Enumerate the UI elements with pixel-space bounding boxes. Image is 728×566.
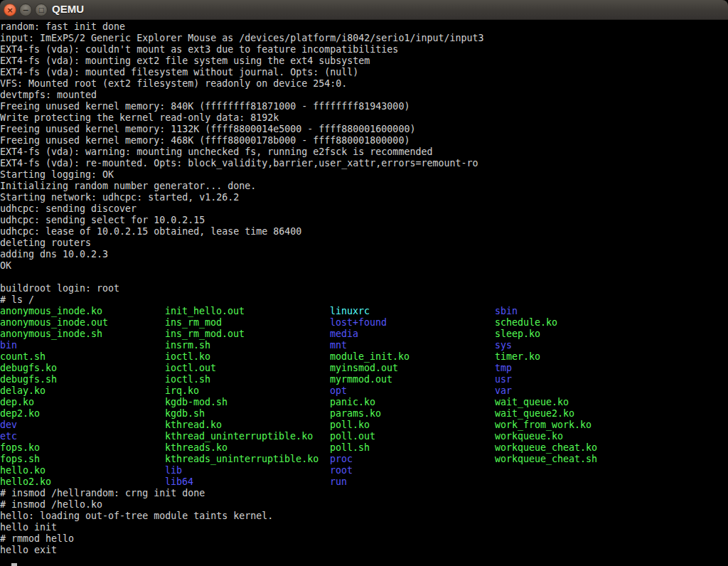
window-title: QEMU xyxy=(52,3,84,15)
directory-entry: dev xyxy=(0,420,165,431)
file-entry: poll.ko xyxy=(330,420,495,431)
ls-row: debugfs.koioctl.outmyinsmod.outtmp xyxy=(0,363,728,374)
file-entry: ioctl.ko xyxy=(165,351,330,363)
terminal-line: Starting network: udhcpc: started, v1.26… xyxy=(0,192,728,203)
directory-entry: root xyxy=(330,465,353,476)
terminal-line: buildroot login: root xyxy=(0,283,728,294)
file-entry: wait_queue2.ko xyxy=(495,408,574,420)
file-entry: poll.sh xyxy=(330,442,495,454)
file-entry: fops.sh xyxy=(0,454,165,465)
terminal-line: hello init xyxy=(0,522,728,533)
terminal-line: EXT4-fs (vda): re-mounted. Opts: block_v… xyxy=(0,158,728,169)
text-cursor xyxy=(11,563,17,566)
terminal-line: udhcpc: sending discover xyxy=(0,203,728,215)
close-icon: × xyxy=(6,6,13,14)
terminal-line: udhcpc: sending select for 10.0.2.15 xyxy=(0,215,728,226)
ls-row: etckthread_uninterruptible.kopoll.outwor… xyxy=(0,431,728,442)
terminal-line: # ls / xyxy=(0,294,728,306)
ls-row: hello.kolibroot xyxy=(0,465,728,476)
terminal-line: random: fast init done xyxy=(0,21,728,33)
file-entry: kthreads.ko xyxy=(165,442,330,454)
qemu-window: × − □ QEMU random: fast init doneinput: … xyxy=(0,0,728,566)
file-entry: irq.ko xyxy=(165,385,330,397)
file-entry: params.ko xyxy=(330,408,495,420)
terminal-line: hello exit xyxy=(0,545,728,556)
file-entry: schedule.ko xyxy=(495,317,557,329)
terminal-line: input: ImExPS/2 Generic Explorer Mouse a… xyxy=(0,33,728,44)
file-entry: poll.out xyxy=(330,431,495,442)
terminal-line: deleting routers xyxy=(0,237,728,249)
terminal-line: Freeing unused kernel memory: 468K (ffff… xyxy=(0,135,728,146)
file-entry: hello2.ko xyxy=(0,476,165,488)
ls-row: anonymous_inode.outins_rm_modlost+founds… xyxy=(0,317,728,329)
terminal-line: EXT4-fs (vda): warning: mounting uncheck… xyxy=(0,146,728,158)
file-entry: ioctl.sh xyxy=(165,374,330,385)
file-entry: work_from_work.ko xyxy=(495,420,592,431)
file-entry: timer.ko xyxy=(495,351,540,363)
terminal-line: OK xyxy=(0,260,728,272)
terminal-line: Initializing random number generator... … xyxy=(0,181,728,192)
file-entry: workqueue_cheat.sh xyxy=(495,454,597,465)
file-entry: fops.ko xyxy=(0,442,165,454)
boot-log: random: fast init doneinput: ImExPS/2 Ge… xyxy=(0,21,728,306)
terminal-line: VFS: Mounted root (ext2 filesystem) read… xyxy=(0,78,728,90)
terminal-line: Freeing unused kernel memory: 840K (ffff… xyxy=(0,101,728,112)
file-entry: sleep.ko xyxy=(495,329,540,340)
directory-entry: bin xyxy=(0,340,165,351)
terminal-line: devtmpfs: mounted xyxy=(0,90,728,101)
directory-entry: sbin xyxy=(495,306,518,317)
ls-row: anonymous_inode.shins_rm_mod.outmediasle… xyxy=(0,329,728,340)
directory-entry: tmp xyxy=(495,363,512,374)
file-entry: panic.ko xyxy=(330,397,495,408)
file-entry: count.sh xyxy=(0,351,165,363)
directory-entry: lib xyxy=(165,465,330,476)
file-entry: anonymous_inode.sh xyxy=(0,329,165,340)
minimize-icon: − xyxy=(22,6,28,14)
terminal-line: EXT4-fs (vda): couldn't mount as ext3 du… xyxy=(0,44,728,55)
directory-entry: etc xyxy=(0,431,165,442)
file-entry: hello.ko xyxy=(0,465,165,476)
file-entry: myinsmod.out xyxy=(330,363,495,374)
ls-row: anonymous_inode.koinit_hello.outlinuxrcs… xyxy=(0,306,728,317)
file-entry: workqueue_cheat.ko xyxy=(495,442,597,454)
terminal-line: Write protecting the kernel read-only da… xyxy=(0,112,728,124)
file-entry: kgdb-mod.sh xyxy=(165,397,330,408)
file-entry: ioctl.out xyxy=(165,363,330,374)
directory-entry: lib64 xyxy=(165,476,330,488)
file-entry: ins_rm_mod.out xyxy=(165,329,330,340)
terminal-line: Freeing unused kernel memory: 1132K (fff… xyxy=(0,124,728,135)
file-entry: init_hello.out xyxy=(165,306,330,317)
file-entry: insrm.sh xyxy=(165,340,330,351)
file-entry: dep2.ko xyxy=(0,408,165,420)
terminal-screen[interactable]: random: fast init doneinput: ImExPS/2 Ge… xyxy=(0,20,728,566)
terminal-line: udhcpc: lease of 10.0.2.15 obtained, lea… xyxy=(0,226,728,237)
close-button[interactable]: × xyxy=(4,4,16,16)
ls-row: dep2.kokgdb.shparams.kowait_queue2.ko xyxy=(0,408,728,420)
file-entry: delay.ko xyxy=(0,385,165,397)
terminal-line xyxy=(0,272,728,283)
maximize-button[interactable]: □ xyxy=(35,4,48,16)
terminal-line: hello: loading out-of-tree module taints… xyxy=(0,511,728,522)
terminal-line: # rmmod hello xyxy=(0,533,728,545)
file-entry: module_init.ko xyxy=(330,351,495,363)
file-entry: kthreads_uninterruptible.ko xyxy=(165,454,330,465)
file-entry: kgdb.sh xyxy=(165,408,330,420)
directory-entry: media xyxy=(330,329,495,340)
file-entry: anonymous_inode.ko xyxy=(0,306,165,317)
ls-row: debugfs.shioctl.shmyrmmod.outusr xyxy=(0,374,728,385)
shell-output: # insmod /hellrandom: crng init done# in… xyxy=(0,488,728,556)
ls-row: dep.kokgdb-mod.shpanic.kowait_queue.ko xyxy=(0,397,728,408)
directory-entry: sys xyxy=(495,340,512,351)
terminal-line: # insmod /hellrandom: crng init done xyxy=(0,488,728,499)
ls-output: anonymous_inode.koinit_hello.outlinuxrcs… xyxy=(0,306,728,488)
ls-row: fops.kokthreads.kopoll.shworkqueue_cheat… xyxy=(0,442,728,454)
terminal-line: EXT4-fs (vda): mounting ext2 file system… xyxy=(0,55,728,67)
directory-entry: proc xyxy=(330,454,495,465)
prompt-line: # xyxy=(0,556,728,566)
titlebar[interactable]: × − □ QEMU xyxy=(0,0,728,20)
ls-row: bininsrm.shmntsys xyxy=(0,340,728,351)
ls-row: fops.shkthreads_uninterruptible.koprocwo… xyxy=(0,454,728,465)
minimize-button[interactable]: − xyxy=(19,4,32,16)
file-entry: myrmmod.out xyxy=(330,374,495,385)
directory-entry: usr xyxy=(495,374,512,385)
